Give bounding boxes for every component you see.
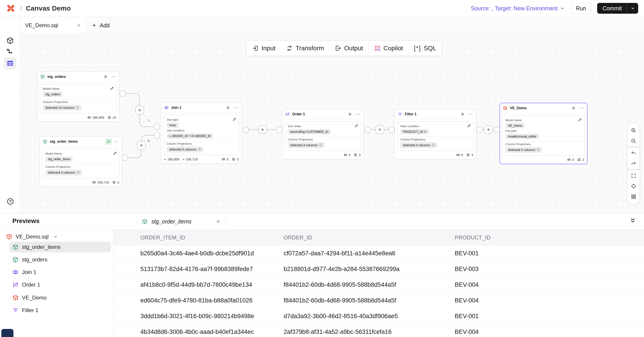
rail-item-lineage[interactable] — [4, 46, 16, 58]
tree-item-stg-order-items[interactable]: stg_order_items — [10, 242, 111, 252]
add-tab-button[interactable]: + Add — [86, 17, 160, 34]
table-row[interactable]: 513173b7-82d4-4176-aa7f-99b8389fede7 b21… — [113, 261, 644, 277]
table-row[interactable]: b265d0a4-3c46-4ae4-b0db-dcbe25df901d cf0… — [113, 246, 644, 261]
edit-pencil-icon[interactable] — [354, 124, 358, 128]
port-filter-out[interactable] — [476, 127, 482, 133]
close-preview-tab-icon[interactable]: × — [216, 218, 220, 225]
tree-item-order-1[interactable]: Order 1 — [10, 279, 111, 290]
preview-tab-stg-order-items[interactable]: stg_order_items × — [136, 213, 226, 229]
column-projections-pill[interactable]: Selected 3 columnsⓘ — [400, 142, 437, 148]
tree-item-stg-orders[interactable]: stg_orders — [10, 254, 111, 265]
column-header[interactable]: ORDER_ID — [284, 234, 455, 241]
add-input-button[interactable]: Input — [247, 41, 281, 56]
run-node-button[interactable] — [570, 105, 577, 112]
column-projections-pill[interactable]: Selected 3 columnsⓘ — [45, 170, 82, 175]
node-stg-orders[interactable]: stg_orders ⋯ Model Name stg_orders Colum… — [37, 72, 119, 122]
table-row[interactable]: 3ddd1b6d-3021-4f16-b09c-980214b9498e d7d… — [113, 308, 644, 324]
column-projections-pill[interactable]: Selected 3 columnsⓘ — [166, 147, 204, 152]
model-name-pill[interactable]: stg_orders — [43, 92, 62, 97]
edit-pencil-icon[interactable] — [113, 151, 117, 155]
tree-item-ve-demo[interactable]: VE_Demo — [10, 292, 111, 303]
port-filter-in[interactable] — [388, 127, 394, 133]
insert-node-button[interactable]: + — [258, 125, 267, 134]
edit-pencil-icon[interactable] — [110, 86, 114, 90]
column-header[interactable]: PRODUCT_ID — [455, 234, 644, 241]
copilot-button[interactable]: Copilot — [369, 41, 408, 56]
locate-button[interactable] — [627, 181, 640, 192]
tree-item-ve-demo-sql[interactable]: VE_Demo.sql — [3, 231, 61, 242]
column-projections-pill[interactable]: Selected 10 columnsⓘ — [43, 105, 82, 111]
node-filter-1[interactable]: Filter 1 ⋯ Filter condition PRODUCT_ID !… — [395, 109, 476, 159]
sql-button[interactable]: [*] SQL — [408, 41, 442, 56]
node-menu-button[interactable]: ⋯ — [114, 139, 119, 144]
port-order-out[interactable] — [365, 127, 371, 133]
column-projections-pill[interactable]: Selected 3 columnsⓘ — [506, 147, 542, 153]
node-ve-demo[interactable]: VE_Demo ⋯ Model name VE_Demo File path m… — [500, 103, 588, 164]
chat-widget-button[interactable] — [1, 329, 14, 337]
insert-node-button[interactable]: + — [376, 125, 384, 134]
insert-node-button[interactable]: + — [484, 125, 493, 134]
insert-node-button[interactable]: + — [136, 106, 144, 114]
run-node-button[interactable] — [347, 111, 354, 118]
run-button[interactable]: Run — [571, 3, 591, 14]
join-type-pill[interactable]: Inner — [166, 123, 179, 128]
node-menu-button[interactable]: ⋯ — [111, 74, 116, 79]
redo-button[interactable] — [627, 158, 640, 169]
brand-logo-icon[interactable] — [6, 3, 16, 13]
add-output-button[interactable]: Output — [330, 41, 368, 56]
filter-condition-pill[interactable]: PRODUCT_ID != — [400, 129, 429, 134]
run-node-button[interactable] — [459, 111, 466, 118]
node-join-1[interactable]: Join 1 ⋯ Join type Inner Join condition … — [161, 103, 242, 164]
zoom-in-button[interactable] — [627, 125, 640, 136]
commit-button[interactable]: Commit — [597, 3, 627, 14]
run-node-button[interactable] — [225, 104, 232, 111]
rail-item-models[interactable] — [4, 34, 16, 47]
port-stg-order-items-out[interactable] — [122, 155, 128, 161]
node-stg-order-items[interactable]: stg_order_items ⋯ Model Name stg_order_i… — [40, 136, 122, 187]
run-node-button[interactable] — [105, 138, 112, 145]
port-order-in[interactable] — [276, 127, 282, 133]
collapse-panel-button[interactable] — [629, 217, 636, 224]
model-name-pill[interactable]: stg_order_items — [45, 156, 73, 162]
node-menu-button[interactable]: ⋯ — [356, 112, 361, 117]
file-path-pill[interactable]: models/visual_editor — [506, 134, 539, 139]
zoom-out-button[interactable] — [627, 136, 640, 146]
sort-order-pill[interactable]: Ascending CUSTOMER_ID — [288, 129, 331, 134]
insert-node-button[interactable]: + — [137, 141, 146, 150]
edit-pencil-icon[interactable] — [467, 124, 471, 128]
port-ve-demo-in[interactable] — [494, 127, 500, 133]
tree-item-join-1[interactable]: Join 1 — [10, 267, 111, 277]
undo-button[interactable] — [627, 148, 640, 158]
join-condition-pill[interactable]: L.ORDER_ID = R.ORDER_ID — [166, 133, 213, 139]
add-transform-button[interactable]: Transform — [281, 41, 330, 56]
node-menu-button[interactable]: ⋯ — [468, 112, 473, 117]
commit-dropdown-button[interactable] — [627, 3, 638, 14]
port-join-out[interactable] — [243, 127, 249, 133]
fit-view-button[interactable] — [627, 171, 640, 181]
column-count: 10 — [108, 116, 116, 119]
chevron-down-icon[interactable] — [53, 234, 58, 239]
edit-pencil-icon[interactable] — [232, 117, 236, 121]
column-projections-pill[interactable]: Selected 3 columnsⓘ — [288, 142, 324, 148]
port-join-in-left[interactable] — [154, 124, 160, 130]
tree-item-filter-1[interactable]: Filter 1 — [10, 305, 111, 316]
canvas-toolbar: Input Transform Output Copilot [*] SQL — [246, 41, 442, 56]
rail-item-canvas[interactable] — [4, 57, 16, 70]
environment-selector[interactable]: Source: , Target: New Environment — [471, 5, 565, 12]
model-name-pill[interactable]: VE_Demo — [506, 123, 525, 128]
column-header[interactable]: ORDER_ITEM_ID — [113, 234, 284, 241]
port-join-in-right[interactable] — [154, 132, 160, 138]
port-stg-orders-out[interactable] — [120, 91, 126, 97]
table-row[interactable]: 4b34d8d6-3006-4b0c-aaad-b40ef1a344ec 2af… — [113, 324, 644, 337]
help-button[interactable]: ? — [6, 198, 14, 205]
node-menu-button[interactable]: ⋯ — [579, 106, 584, 111]
table-row[interactable]: ed604c75-dfe9-4780-81ba-b88a0fa01026 f84… — [113, 293, 644, 308]
tab-ve-demo-sql[interactable]: VE_Demo.sql × — [20, 17, 86, 34]
node-order-1[interactable]: Order 1 ⋯ Sort Order Ascending CUSTOMER_… — [282, 109, 364, 159]
close-tab-icon[interactable]: × — [77, 22, 81, 29]
node-menu-button[interactable]: ⋯ — [234, 105, 239, 110]
run-node-button[interactable] — [102, 73, 109, 80]
table-row[interactable]: af41b8c0-9f5d-44d9-bb7d-7800c49be134 f84… — [113, 277, 644, 293]
edit-pencil-icon[interactable] — [578, 118, 582, 122]
layout-grid-button[interactable] — [627, 191, 640, 202]
